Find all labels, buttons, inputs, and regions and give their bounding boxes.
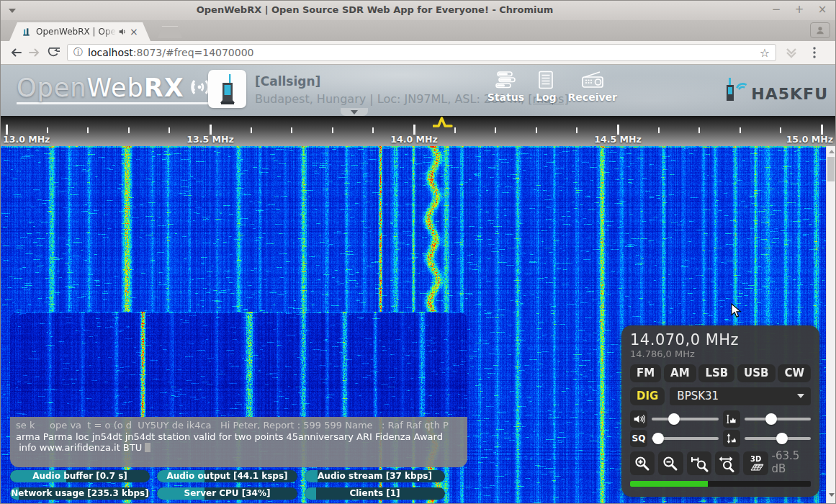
tab-strip: OpenWebRX | Open × [1,20,835,41]
mode-button-cw[interactable]: CW [778,364,811,382]
log-document-icon [537,71,554,89]
zoom-out-button[interactable] [658,451,683,475]
browser-menu-icon[interactable] [805,44,824,61]
zoom-selection-button[interactable] [687,451,711,475]
scale-tick [87,127,89,133]
scale-tick [413,125,415,135]
bookmark-star-icon[interactable]: ☆ [760,46,770,60]
scrollbar-up-icon[interactable] [829,150,835,153]
scale-tick [740,127,741,133]
digimode-waterfall[interactable] [10,312,467,417]
status-clients: Clients [1] [305,487,445,500]
nav-log-button[interactable]: Log [536,71,557,103]
zoom-out-icon [662,455,679,472]
scale-tick [372,127,374,133]
url-host: localhost [88,47,133,58]
waterfall-area: se k ope va t = o (o d UY5UY de ik4ca Hi… [1,146,836,503]
waterfall-max-slider[interactable] [745,431,812,446]
mode-button-dig[interactable]: DIG [630,387,665,405]
reload-button[interactable] [44,44,63,61]
mode-button-lsb[interactable]: LSB [698,364,734,382]
profile-button[interactable] [810,22,830,38]
decoded-line: arma Parma loc jn54dt jn54dt station val… [16,431,462,443]
waterfall-min-button[interactable] [723,410,740,428]
scale-label: 13.0 MHz [3,134,50,145]
waterfall-max-icon [726,433,737,444]
extension-icon[interactable] [782,44,801,61]
header-collapse-tab[interactable] [341,108,368,116]
squelch-button[interactable]: SQ [630,430,647,447]
walkie-talkie-icon [721,75,750,105]
page-info-icon[interactable]: ⓘ [73,46,83,59]
mode-button-fm[interactable]: FM [630,364,661,382]
waterfall-min-slider[interactable] [745,412,812,426]
scale-tick [6,125,8,135]
url-bar[interactable]: ⓘ localhost:8073/#freq=14070000 ☆ [67,44,776,61]
status-server-cpu: Server CPU [34%] [157,487,297,500]
scrollbar-down-icon[interactable] [829,493,835,497]
waterfall-3d-button[interactable]: 3D [743,451,768,475]
scrollbar-thumb[interactable] [827,157,835,181]
waterfall-min-slider-thumb[interactable] [765,413,777,425]
receiver-radio-icon [580,71,605,89]
tab-audio-icon[interactable] [118,27,127,36]
zoom-in-icon [634,455,651,472]
status-network-usage: Network usage [235.3 kbps] [10,487,150,500]
volume-button[interactable] [630,410,647,428]
tab-favicon-icon [21,27,32,37]
text-cursor [145,443,150,452]
mode-button-am[interactable]: AM [664,364,696,382]
mode-button-usb[interactable]: USB [737,364,775,382]
digital-mode-select[interactable]: BPSK31 [670,387,811,405]
zoom-selection-icon [690,455,709,472]
scale-label: 15.0 MHz [786,134,833,145]
back-button[interactable] [6,44,25,61]
receiver-avatar [208,70,246,108]
svg-text:3D: 3D [750,455,761,463]
openwebrx-logo: OpenWebRX [17,73,219,104]
url-text[interactable]: localhost:8073/#freq=14070000 [88,47,754,58]
window-titlebar: OpenWebRX | Open Source SDR Web App for … [1,1,835,20]
waterfall-min-icon [725,413,737,425]
status-audio-buffer: Audio buffer [0.7 s] [10,470,150,482]
status-audio-stream: Audio stream [37 kbps] [305,470,445,482]
tuned-frequency[interactable]: 14.070,0 MHz [630,331,811,348]
frequency-scale[interactable]: 13.0 MHz13.5 MHz14.0 MHz14.5 MHz15.0 MHz [1,116,835,146]
scale-label: 14.0 MHz [390,134,437,145]
maximize-button[interactable]: + [792,2,806,17]
openwebrx-header: OpenWebRX [Callsign] Budapest, Hungary |… [1,65,835,116]
url-path: :8073/#freq=14070000 [133,47,254,58]
scale-tick [576,127,577,133]
decoded-text-area: se k ope va t = o (o d UY5UY de ik4ca Hi… [10,417,467,467]
tab-openwebrx[interactable]: OpenWebRX | Open × [9,22,150,41]
squelch-slider[interactable] [652,431,719,446]
scale-tick [168,127,170,133]
tuning-marker[interactable] [433,117,453,131]
nav-receiver-button[interactable]: Receiver [568,71,617,103]
waterfall-max-button[interactable] [723,430,740,447]
scale-tick [47,127,48,133]
volume-slider-thumb[interactable] [668,413,680,425]
minimize-button[interactable]: − [769,2,783,17]
tab-title: OpenWebRX | Open [36,27,117,37]
scale-tick [210,125,212,135]
new-tab-button[interactable] [158,26,182,38]
signal-level-db: -63.5 dB [772,449,811,475]
scale-tick [536,127,537,133]
scale-tick [780,127,781,133]
nav-status-button[interactable]: Status [487,71,524,103]
volume-slider[interactable] [652,412,719,426]
tab-close-icon[interactable]: × [130,27,138,37]
page-scrollbar[interactable] [826,146,835,503]
close-button[interactable]: × [815,2,830,17]
handheld-radio-icon [214,73,241,106]
waterfall-max-slider-thumb[interactable] [776,433,788,444]
receiver-control-panel: 14.070,0 MHz 14.786,0 MHz FM AM LSB USB … [621,325,819,497]
ha5kfu-logo[interactable]: HA5KFU [721,75,828,105]
zoom-full-button[interactable] [715,451,740,475]
forward-button[interactable] [25,44,44,61]
scale-tick [251,127,252,133]
squelch-slider-thumb[interactable] [652,433,664,444]
zoom-in-button[interactable] [630,451,655,475]
mouse-cursor [731,303,742,322]
